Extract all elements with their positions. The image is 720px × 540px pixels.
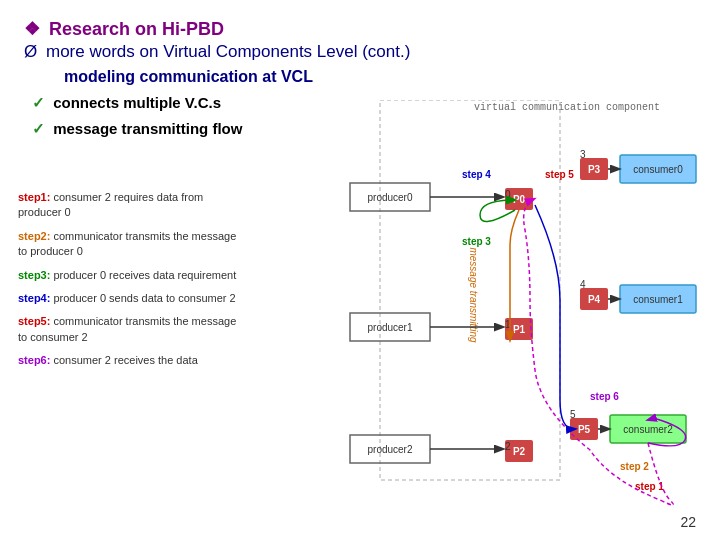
svg-text:2: 2	[505, 441, 511, 452]
title-line2: Ø more words on Virtual Components Level…	[24, 42, 696, 62]
svg-text:P4: P4	[588, 294, 601, 305]
diagram-svg: message transmitting P0 producer0 0 P1 p…	[240, 100, 700, 510]
svg-text:step 6: step 6	[590, 391, 619, 402]
slide: ❖ Research on Hi-PBD Ø more words on Vir…	[0, 0, 720, 540]
check2-text: message transmitting flow	[53, 120, 242, 137]
svg-text:consumer0: consumer0	[633, 164, 683, 175]
title-line1: ❖ Research on Hi-PBD	[24, 18, 696, 40]
steps-panel: step1: consumer 2 requires data from pro…	[18, 190, 248, 377]
checkmark-icon-1: ✓	[32, 94, 45, 111]
svg-text:step 3: step 3	[462, 236, 491, 247]
step-label: step1:	[18, 191, 50, 203]
step-label: step3:	[18, 269, 50, 281]
svg-text:step 4: step 4	[462, 169, 491, 180]
svg-text:step 1: step 1	[635, 481, 664, 492]
svg-text:P2: P2	[513, 446, 526, 457]
step-label: step2:	[18, 230, 50, 242]
svg-text:step 5: step 5	[545, 169, 574, 180]
svg-text:consumer1: consumer1	[633, 294, 683, 305]
checkmark-icon-2: ✓	[32, 120, 45, 137]
svg-text:step 2: step 2	[620, 461, 649, 472]
svg-text:5: 5	[570, 409, 576, 420]
title1-text: Research on Hi-PBD	[49, 19, 224, 39]
page-number: 22	[680, 514, 696, 530]
svg-text:0: 0	[505, 189, 511, 200]
subtitle: modeling communication at VCL	[64, 68, 696, 86]
svg-text:3: 3	[580, 149, 586, 160]
step-label: step4:	[18, 292, 50, 304]
svg-text:producer1: producer1	[367, 322, 412, 333]
list-item: step2: communicator transmits the messag…	[18, 229, 248, 260]
svg-text:producer0: producer0	[367, 192, 412, 203]
step-label: step5:	[18, 315, 50, 327]
list-item: step1: consumer 2 requires data from pro…	[18, 190, 248, 221]
diagram-area: message transmitting P0 producer0 0 P1 p…	[240, 100, 700, 510]
svg-text:message transmitting: message transmitting	[468, 247, 479, 342]
list-item: step4: producer 0 sends data to consumer…	[18, 291, 248, 306]
arrow-icon: Ø	[24, 42, 37, 61]
svg-text:P1: P1	[513, 324, 526, 335]
diamond-icon: ❖	[24, 19, 40, 39]
list-item: step5: communicator transmits the messag…	[18, 314, 248, 345]
title2-text: more words on Virtual Components Level (…	[46, 42, 410, 61]
svg-text:P3: P3	[588, 164, 601, 175]
list-item: step6: consumer 2 receives the data	[18, 353, 248, 368]
check1-text: connects multiple V.C.s	[53, 94, 221, 111]
list-item: step3: producer 0 receives data requirem…	[18, 268, 248, 283]
svg-text:4: 4	[580, 279, 586, 290]
svg-text:P5: P5	[578, 424, 591, 435]
step-label: step6:	[18, 354, 50, 366]
svg-text:consumer2: consumer2	[623, 424, 673, 435]
svg-text:producer2: producer2	[367, 444, 412, 455]
